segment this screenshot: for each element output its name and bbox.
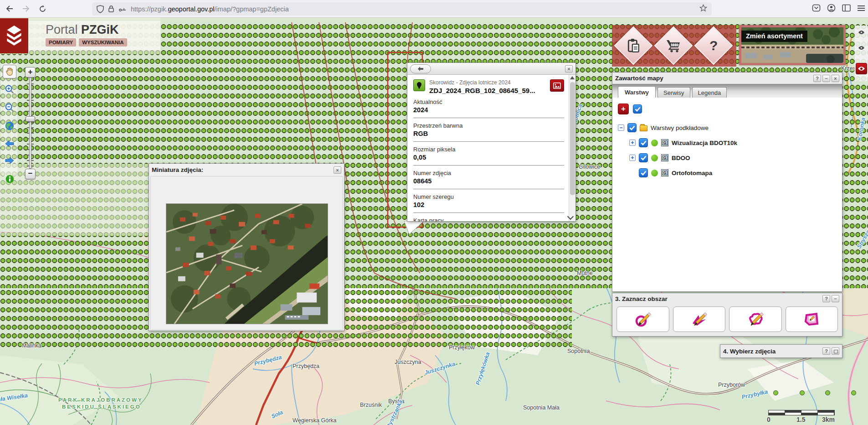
select-area-panel: 3. Zaznacz obszar ? − xyxy=(612,293,842,337)
minimize-button[interactable]: − xyxy=(832,295,839,302)
info-icon xyxy=(5,174,15,184)
reload-icon[interactable] xyxy=(36,2,49,15)
help-button[interactable]: ? xyxy=(822,347,830,355)
pocket-icon[interactable] xyxy=(812,4,821,14)
edit-shape-button[interactable] xyxy=(786,306,838,332)
layer-label[interactable]: BDOO xyxy=(672,155,690,161)
layer-group-label[interactable]: Warstwy podkładowe xyxy=(651,124,709,131)
zoom-slider-thumb[interactable] xyxy=(26,116,35,122)
restore-button[interactable] xyxy=(832,347,839,355)
help-diamond-button[interactable]: ? xyxy=(694,26,733,65)
map-label: Brzuśnik xyxy=(360,402,382,408)
permissions-icon[interactable] xyxy=(118,6,127,12)
forward-icon[interactable] xyxy=(19,2,33,15)
field-row: Numer szeregu 102 xyxy=(413,193,564,213)
layers-tabbar: Warstwy Serwisy Legenda xyxy=(612,84,842,98)
layer-label[interactable]: Wizualizacja BDOT10k xyxy=(672,140,737,146)
photo-index-dot[interactable] xyxy=(825,390,830,395)
back-button[interactable] xyxy=(410,64,431,73)
lock-icon[interactable] xyxy=(108,5,114,13)
cart-icon xyxy=(666,38,681,53)
draw-polygon-button[interactable] xyxy=(673,306,726,332)
photo-index-dot[interactable] xyxy=(851,390,856,395)
zoom-slider-plus-button[interactable]: + xyxy=(25,67,36,78)
pzgik-logo[interactable] xyxy=(0,18,28,53)
map-viewport[interactable]: Malinka Mała Wisełka PARK KRAJOBRAZOWY B… xyxy=(0,18,868,425)
draw-freehand-button[interactable] xyxy=(729,306,782,332)
photo-index-dot[interactable] xyxy=(800,390,805,395)
zoom-slider-track[interactable] xyxy=(29,78,31,169)
chevron-down-icon[interactable] xyxy=(568,214,573,219)
info-panel-pointer xyxy=(401,221,426,235)
help-button[interactable]: ? xyxy=(813,75,821,82)
tab-warstwy[interactable]: Warstwy xyxy=(618,86,656,98)
zoom-out-icon xyxy=(5,103,15,113)
sidebar-icon[interactable] xyxy=(842,4,851,14)
select-all-checkbox[interactable] xyxy=(633,104,642,114)
help-button[interactable]: ? xyxy=(822,295,830,302)
close-button[interactable]: × xyxy=(832,75,839,82)
scroll-up-icon[interactable] xyxy=(570,76,575,79)
account-icon[interactable] xyxy=(827,4,836,14)
back-icon[interactable] xyxy=(3,2,16,15)
browser-toolbar: https://pzgik.geoportal.gov.pl/imap/?gpm… xyxy=(0,0,868,18)
tab-pomiary[interactable]: POMIARY xyxy=(46,38,76,47)
map-label: Przybędza xyxy=(293,363,319,369)
visibility-red-eye-button[interactable] xyxy=(856,63,867,74)
layer-checkbox[interactable] xyxy=(639,138,648,147)
show-image-button[interactable] xyxy=(550,79,564,92)
eye-icon[interactable] xyxy=(858,30,865,35)
zoom-out-tool-button[interactable] xyxy=(4,102,15,113)
layer-checkbox[interactable] xyxy=(627,123,637,132)
eye-icon[interactable] xyxy=(858,46,865,50)
draw-circle-button[interactable] xyxy=(616,306,669,332)
zoom-in-icon xyxy=(5,84,15,94)
tab-wyszukiwania[interactable]: WYSZUKIWANIA xyxy=(79,38,127,47)
change-assortment-button[interactable]: Zmień asortyment xyxy=(739,25,846,65)
map-label: Węgierska Górka xyxy=(293,417,337,424)
map-label: Przyborów xyxy=(718,382,745,388)
service-layer-icon: G xyxy=(661,154,668,161)
url-bar[interactable]: https://pzgik.geoportal.gov.pl/imap/?gpm… xyxy=(92,2,712,16)
tab-legenda[interactable]: Legenda xyxy=(692,87,727,98)
layer-label[interactable]: Ortofotomapa xyxy=(672,170,712,176)
full-extent-tool-button[interactable] xyxy=(4,120,15,131)
select-photos-title: 4. Wybierz zdjęcia xyxy=(723,348,776,355)
expand-icon[interactable]: + xyxy=(629,140,636,146)
tree-row-bdoo: + G BDOO xyxy=(629,151,837,164)
close-button[interactable]: × xyxy=(334,166,341,174)
info-tool-button[interactable] xyxy=(4,173,15,184)
expand-icon[interactable]: + xyxy=(629,155,636,161)
pan-tool-button[interactable] xyxy=(3,65,16,78)
next-view-button[interactable] xyxy=(4,155,15,166)
layer-checkbox[interactable] xyxy=(639,168,648,177)
photo-index-dot[interactable] xyxy=(773,390,778,395)
minimize-button[interactable]: − xyxy=(822,75,830,82)
thumbnail-body xyxy=(150,176,343,330)
cart-button[interactable] xyxy=(654,26,693,65)
zoom-in-tool-button[interactable] xyxy=(4,84,15,95)
scrollbar-thumb[interactable] xyxy=(570,82,575,195)
tab-serwisy[interactable]: Serwisy xyxy=(657,87,690,98)
layers-tree: + − Warstwy podkładowe + xyxy=(612,98,842,291)
field-row: Przestrzeń barwna RGB xyxy=(413,122,564,142)
bookmark-star-icon[interactable] xyxy=(699,4,707,14)
menu-hamburger-icon[interactable] xyxy=(857,5,865,13)
field-row: Aktualność 2024 xyxy=(413,98,564,118)
previous-view-button[interactable] xyxy=(4,138,15,149)
collapse-icon[interactable]: − xyxy=(618,124,624,131)
clipboard-button[interactable] xyxy=(614,26,653,65)
select-area-title: 3. Zaznacz obszar xyxy=(615,295,668,302)
map-label: Gilowice xyxy=(579,164,600,170)
url-text: https://pzgik.geoportal.gov.pl/imap/?gpm… xyxy=(131,5,289,13)
add-layer-button[interactable]: + xyxy=(618,104,629,114)
zoom-slider-minus-button[interactable]: − xyxy=(25,169,36,179)
change-assortment-label: Zmień asortyment xyxy=(741,31,807,42)
scale-bar: 0 1.5 3km xyxy=(768,410,835,415)
scrollbar[interactable] xyxy=(569,75,575,221)
layer-checkbox[interactable] xyxy=(639,153,648,162)
shield-icon[interactable] xyxy=(97,5,104,13)
close-button[interactable]: × xyxy=(565,65,573,73)
service-layer-icon: G xyxy=(661,169,668,176)
aerial-photo-thumbnail[interactable] xyxy=(166,203,328,324)
